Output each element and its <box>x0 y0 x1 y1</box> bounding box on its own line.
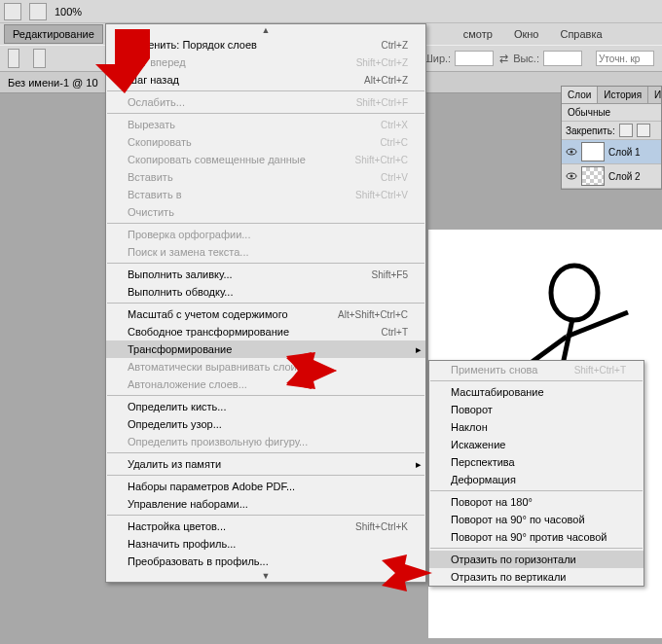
menu-shortcut: Shift+Ctrl+F <box>356 97 408 108</box>
menu-item[interactable]: Поворот на 180° <box>429 493 644 511</box>
lock-transparency-icon[interactable] <box>619 124 633 137</box>
menu-item[interactable]: Искажение <box>429 436 644 453</box>
menu-separator <box>107 303 424 304</box>
menu-item-label: Применить снова <box>451 364 537 376</box>
refine-input[interactable] <box>596 51 654 66</box>
menu-shortcut: Shift+Ctrl+C <box>355 155 408 165</box>
menu-item-label: Поворот <box>451 404 493 415</box>
menu-item-label: Вставить в <box>128 189 182 200</box>
menu-item[interactable]: Назначить профиль... <box>106 535 425 553</box>
menu-item-label: Определить кисть... <box>128 401 226 412</box>
menu-edit[interactable]: Редактирование <box>4 24 103 44</box>
menu-separator <box>107 395 424 396</box>
layer-name: Слой 1 <box>608 147 641 158</box>
menu-item[interactable]: Наклон <box>429 418 644 436</box>
menu-item-label: Отразить по вертикали <box>451 571 566 583</box>
width-input[interactable] <box>455 51 494 66</box>
tab-i[interactable]: И <box>648 87 662 103</box>
tool-preset-icon[interactable] <box>8 49 19 68</box>
menu-shortcut: Alt+Ctrl+Z <box>364 75 408 86</box>
menu-item[interactable]: Деформация <box>429 471 644 488</box>
layer-item-1[interactable]: Слой 1 <box>562 140 661 164</box>
menu-item-label: Ослабить... <box>128 96 185 108</box>
lock-pixels-icon[interactable] <box>637 124 650 137</box>
menu-item[interactable]: Выполнить обводку... <box>106 283 425 301</box>
menu-item-label: Поворот на 90° по часовой <box>451 514 585 525</box>
menu-item[interactable]: Определить кисть... <box>106 398 425 415</box>
menu-item[interactable]: Свободное трансформированиеCtrl+T <box>106 323 425 340</box>
menu-item-label: Наборы параметров Adobe PDF... <box>128 481 295 492</box>
menu-item: Шаг впередShift+Ctrl+Z <box>106 54 425 71</box>
menu-item[interactable]: Определить узор... <box>106 415 425 433</box>
menu-item[interactable]: Масштаб с учетом содержимогоAlt+Shift+Ct… <box>106 305 425 323</box>
menu-shortcut: Shift+Ctrl+K <box>355 521 408 532</box>
menu-item[interactable]: Выполнить заливку...Shift+F5 <box>106 266 425 283</box>
menu-item[interactable]: Масштабирование <box>429 383 644 401</box>
red-arrow-1 <box>95 29 150 93</box>
menu-item-label: Деформация <box>451 474 516 485</box>
menu-item-label: Масштаб с учетом содержимого <box>128 308 288 320</box>
menu-item[interactable]: Поворот <box>429 401 644 418</box>
menu-window[interactable]: Окно <box>504 25 549 43</box>
menu-item[interactable]: Управление наборами... <box>106 495 425 513</box>
scroll-down-arrow[interactable]: ▼ <box>106 570 425 582</box>
menu-view[interactable]: смотр <box>454 25 502 43</box>
menu-item-label: Скопировать совмещенные данные <box>128 154 306 165</box>
menu-item[interactable]: Отменить: Порядок слоевCtrl+Z <box>106 36 425 54</box>
red-arrow-2 <box>286 352 337 389</box>
menu-item[interactable]: Отразить по вертикали <box>429 568 644 586</box>
menu-item-label: Искажение <box>451 439 505 450</box>
layer-thumb <box>581 166 605 186</box>
menu-item: Автоматически выравнивать слои... <box>106 358 425 376</box>
menu-help[interactable]: Справка <box>550 25 611 43</box>
svg-line-3 <box>567 312 628 337</box>
menu-separator <box>107 452 424 453</box>
menu-item-label: Определить узор... <box>128 418 222 430</box>
menu-separator <box>430 380 643 381</box>
app-icon[interactable] <box>4 3 21 20</box>
menu-item-label: Скопировать <box>128 136 192 148</box>
menu-item: СкопироватьCtrl+C <box>106 133 425 151</box>
tab-history[interactable]: История <box>598 87 648 103</box>
menu-item: Ослабить...Shift+Ctrl+F <box>106 93 425 111</box>
blend-mode[interactable]: Обычные <box>562 104 661 122</box>
menu-item[interactable]: Преобразовать в профиль... <box>106 553 425 570</box>
visibility-icon[interactable] <box>566 146 577 158</box>
menu-item[interactable]: Отразить по горизонтали <box>429 551 644 568</box>
menu-item[interactable]: Перспектива <box>429 453 644 471</box>
menu-item: ВырезатьCtrl+X <box>106 116 425 133</box>
menu-item-label: Автоматически выравнивать слои... <box>128 361 306 373</box>
height-label: Выс.: <box>513 53 539 64</box>
scroll-up-arrow[interactable]: ▲ <box>106 24 425 36</box>
layer-name: Слой 2 <box>608 171 641 182</box>
menu-item: Очистить <box>106 203 425 221</box>
menu-item-label: Вырезать <box>128 119 175 130</box>
menu-item-label: Выполнить заливку... <box>128 268 233 280</box>
menu-item[interactable]: Наборы параметров Adobe PDF... <box>106 478 425 495</box>
menu-separator <box>107 113 424 114</box>
height-input[interactable] <box>543 51 582 66</box>
screen-mode-icon[interactable] <box>29 3 47 20</box>
menu-item-label: Масштабирование <box>451 386 544 398</box>
menu-item-label: Проверка орфографии... <box>128 229 250 240</box>
menu-item[interactable]: Шаг назадAlt+Ctrl+Z <box>106 71 425 89</box>
menu-separator <box>107 90 424 91</box>
menu-item-label: Очистить <box>128 206 174 218</box>
visibility-icon[interactable] <box>566 170 577 182</box>
menu-item[interactable]: Поворот на 90° против часовой <box>429 528 644 546</box>
menu-item[interactable]: Удалить из памяти▸ <box>106 455 425 473</box>
menu-shortcut: Alt+Shift+Ctrl+C <box>338 309 408 320</box>
menu-item[interactable]: Настройка цветов...Shift+Ctrl+K <box>106 518 425 535</box>
submenu-arrow-icon: ▸ <box>416 343 422 356</box>
menu-separator <box>107 515 424 516</box>
red-arrow-3 <box>382 555 432 591</box>
menu-item-label: Автоналожение слоев... <box>128 378 247 390</box>
menu-item: Проверка орфографии... <box>106 226 425 243</box>
menu-item-label: Наклон <box>451 421 488 433</box>
menu-item[interactable]: Трансформирование▸ <box>106 340 425 358</box>
crop-option-icon[interactable] <box>33 49 45 68</box>
layer-item-2[interactable]: Слой 2 <box>562 164 661 189</box>
menu-item[interactable]: Поворот на 90° по часовой <box>429 511 644 528</box>
svg-marker-10 <box>95 29 150 93</box>
tab-layers[interactable]: Слои <box>562 87 598 103</box>
